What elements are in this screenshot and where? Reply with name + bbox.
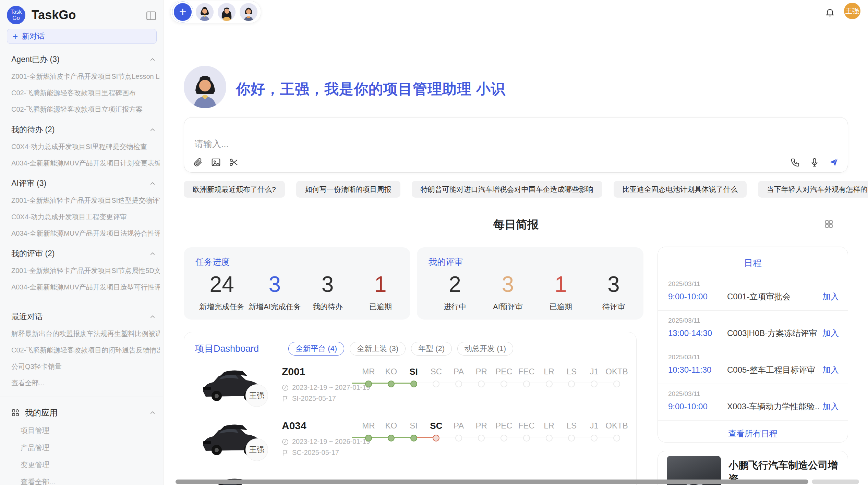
milestone-node bbox=[365, 435, 372, 442]
milestone: LR bbox=[538, 420, 560, 443]
schedule-item-title: C005-整车工程目标评审 bbox=[727, 364, 819, 375]
join-link[interactable]: 加入 bbox=[822, 328, 839, 339]
milestone-node bbox=[410, 381, 417, 387]
assistant-avatar-1[interactable] bbox=[196, 3, 214, 21]
sidebar-item[interactable]: Z001-全新燃油轻卡产品开发项目SI节点属性5D文件评审 bbox=[11, 266, 160, 275]
user-avatar[interactable]: 王强 bbox=[844, 3, 860, 19]
stats-row: 任务进度24新增完成任务3新增AI完成任务3我的待办1已逾期我的评审2进行中3A… bbox=[184, 247, 643, 320]
plus-icon: + bbox=[13, 32, 18, 41]
app-item[interactable]: 项目管理 bbox=[21, 426, 160, 435]
assistant-avatar-2[interactable] bbox=[218, 3, 236, 21]
suggestion-chip[interactable]: 欧洲新规最近颁布了什么? bbox=[184, 181, 285, 198]
milestone-label: PA bbox=[447, 366, 470, 377]
milestone: PR bbox=[470, 366, 493, 388]
milestone-node bbox=[455, 381, 462, 387]
sidebar-item[interactable]: C02-飞腾新能源轻客改款项目立项汇报方案 bbox=[11, 105, 160, 114]
clock-icon bbox=[282, 438, 289, 445]
dashboard-header: 项目Dashboard 全新平台 (4)全新上装 (3)年型 (2)动总开发 (… bbox=[184, 332, 636, 356]
project-milestone-date: SC-2025-05-17 bbox=[282, 449, 339, 457]
sidebar-item[interactable]: Z001-全新燃油轻卡产品开发项目SI造型提交物评审 bbox=[11, 196, 160, 205]
suggestion-chip[interactable]: 比亚迪全固态电池计划具体说了什么 bbox=[614, 181, 747, 198]
milestone-node-wrap bbox=[380, 434, 402, 443]
milestone-node-wrap bbox=[357, 434, 380, 443]
sidebar-item[interactable]: 查看全部... bbox=[11, 378, 160, 388]
milestone-label: PR bbox=[470, 366, 493, 377]
chevron-up-icon bbox=[149, 56, 156, 63]
scissors-icon[interactable] bbox=[229, 157, 239, 167]
stat-cell: 3AI预评审 bbox=[481, 272, 534, 312]
schedule-date: 2025/03/11 bbox=[668, 390, 839, 398]
join-link[interactable]: 加入 bbox=[822, 364, 839, 375]
milestone-label: OKTB bbox=[605, 420, 628, 432]
sidebar-section-header[interactable]: 最近对话 bbox=[11, 311, 156, 322]
join-link[interactable]: 加入 bbox=[822, 291, 839, 302]
sidebar-item[interactable]: C0X4-动力总成开发项目SI里程碑提交物检查 bbox=[11, 142, 160, 151]
suggestion-chip[interactable]: 当下年轻人对汽车外观有怎样的喜好趋势 bbox=[758, 181, 868, 198]
dashboard-tab[interactable]: 动总开发 (1) bbox=[457, 342, 513, 356]
view-all-schedule-link[interactable]: 查看所有日程 bbox=[658, 428, 848, 439]
sidebar-section-header[interactable]: 我的待办 (2) bbox=[11, 124, 156, 135]
scrollbar-thumb[interactable] bbox=[176, 480, 808, 484]
assistant-avatar-3[interactable] bbox=[240, 3, 257, 21]
sidebar-section-header[interactable]: Agent已办 (3) bbox=[11, 54, 156, 65]
suggestion-chip[interactable]: 如何写一份清晰的项目周报 bbox=[296, 181, 400, 198]
milestone: MR bbox=[357, 366, 380, 388]
sidebar-item[interactable]: A034-全新新能源MUV产品开发项目造型可行性评审 bbox=[11, 283, 160, 292]
dashboard-tab[interactable]: 全新上装 (3) bbox=[350, 342, 406, 356]
layout-grid-icon[interactable] bbox=[824, 219, 834, 229]
app-item[interactable]: 产品管理 bbox=[21, 443, 160, 452]
dashboard-tabs: 全新平台 (4)全新上装 (3)年型 (2)动总开发 (1) bbox=[288, 342, 519, 356]
stat-card-title: 我的评审 bbox=[429, 256, 640, 268]
dashboard-tab[interactable]: 年型 (2) bbox=[411, 342, 452, 356]
project-owner-badge: 王强 bbox=[245, 384, 268, 407]
stat-cell: 2进行中 bbox=[429, 272, 481, 312]
schedule-item-main: 9:00-10:00C001-立项审批会加入 bbox=[668, 291, 839, 302]
chevron-up-icon bbox=[149, 126, 156, 134]
milestone-node-wrap bbox=[493, 434, 515, 443]
sidebar-item[interactable]: C02-飞腾新能源轻客改款项目里程碑画布 bbox=[11, 88, 160, 98]
project-owner-badge: 王强 bbox=[245, 438, 268, 461]
chevron-up-icon bbox=[149, 250, 156, 258]
section-title: 最近对话 bbox=[11, 311, 149, 322]
milestone: SC bbox=[425, 366, 447, 388]
stat-value: 3 bbox=[301, 272, 354, 297]
sidebar-item[interactable]: A034-全新新能源MUV产品开发项目计划变更表编写 bbox=[11, 159, 160, 168]
paperclip-icon[interactable] bbox=[193, 157, 203, 167]
sidebar-item[interactable]: A034-全新新能源MUV产品开发项目法规符合性评审 bbox=[11, 229, 160, 238]
milestone-node-wrap bbox=[470, 380, 493, 388]
image-icon[interactable] bbox=[211, 157, 221, 167]
app-item[interactable]: 变更管理 bbox=[21, 460, 160, 470]
sidebar-header: TaskGo TaskGo bbox=[7, 5, 157, 25]
chat-input-card bbox=[184, 117, 848, 173]
milestone-node bbox=[478, 435, 485, 442]
sidebar-item-my-apps[interactable]: 我的应用 bbox=[11, 407, 156, 418]
stat-cell: 1已逾期 bbox=[534, 272, 587, 312]
collapse-sidebar-icon[interactable] bbox=[145, 10, 157, 20]
sidebar-item[interactable]: 解释最新出台的欧盟报废车法规再生塑料比例被调至15%... bbox=[11, 329, 160, 338]
send-icon[interactable] bbox=[829, 157, 839, 167]
stat-label: 已逾期 bbox=[354, 302, 407, 312]
notifications-bell-icon[interactable] bbox=[825, 7, 835, 17]
stat-label: 进行中 bbox=[429, 302, 481, 312]
chat-input[interactable] bbox=[194, 137, 674, 152]
milestone-node bbox=[613, 381, 620, 387]
sidebar-section-header[interactable]: 我的评审 (2) bbox=[11, 248, 156, 259]
sidebar-section-header[interactable]: AI评审 (3) bbox=[11, 178, 156, 189]
stat-value: 3 bbox=[481, 272, 534, 297]
milestone-label: SC bbox=[425, 420, 447, 432]
sidebar-item[interactable]: C0X4-动力总成开发项目工程变更评审 bbox=[11, 212, 160, 222]
sidebar-item[interactable]: 公司Q3轻卡销量 bbox=[11, 362, 160, 371]
sidebar-item[interactable]: C02-飞腾新能源轻客改款项目的闭环通告反馈情况 bbox=[11, 346, 160, 355]
suggestion-chip[interactable]: 特朗普可能对进口汽车增税会对中国车企造成哪些影响 bbox=[412, 181, 602, 198]
join-link[interactable]: 加入 bbox=[822, 401, 839, 412]
new-chat-button[interactable]: + 新对话 bbox=[7, 29, 157, 44]
project-row[interactable]: 王强A0342023-12-19 ~ 2026-01-19SC-2025-05-… bbox=[184, 410, 636, 464]
project-row[interactable]: 王强Z0012023-12-19 ~ 2027-01-19SI-2025-05-… bbox=[184, 356, 636, 410]
app-item[interactable]: 查看全部... bbox=[21, 477, 160, 485]
sidebar-item[interactable]: Z001-全新燃油皮卡产品开发项目SI节点Lesson Learn报告 bbox=[11, 72, 160, 81]
dashboard-tab[interactable]: 全新平台 (4) bbox=[288, 342, 344, 356]
phone-icon[interactable] bbox=[790, 157, 800, 167]
add-assistant-button[interactable]: + bbox=[174, 3, 192, 21]
microphone-icon[interactable] bbox=[809, 157, 820, 167]
milestone-node-wrap bbox=[560, 380, 583, 388]
